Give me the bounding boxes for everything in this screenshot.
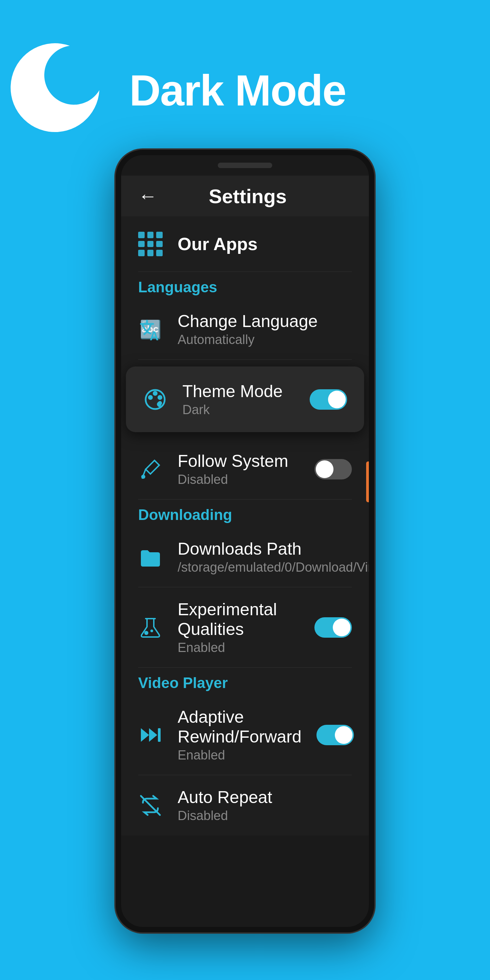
follow-system-toggle[interactable] xyxy=(314,459,352,479)
settings-content: Our Apps Languages ✕ 🔤 A xyxy=(121,216,369,835)
video-player-section-label: Video Player xyxy=(121,668,369,695)
change-language-row[interactable]: ✕ 🔤 A Change Language Automatically xyxy=(121,299,369,360)
svg-marker-14 xyxy=(141,728,149,742)
downloads-path-subtitle: /storage/emulated/0/Download/Vimvid xyxy=(178,560,374,575)
follow-system-subtitle: Disabled xyxy=(178,472,299,487)
hero-title: Dark Mode xyxy=(129,65,346,115)
theme-mode-title: Theme Mode xyxy=(182,382,295,401)
adaptive-rewind-title: Adaptive Rewind/Forward xyxy=(178,707,301,746)
auto-repeat-row[interactable]: Auto Repeat Disabled xyxy=(121,775,369,835)
downloads-path-title: Downloads Path xyxy=(178,539,374,559)
svg-point-12 xyxy=(144,631,148,635)
auto-repeat-title: Auto Repeat xyxy=(178,788,352,807)
theme-mode-row[interactable]: Theme Mode Dark xyxy=(126,366,364,432)
adaptive-rewind-toggle[interactable] xyxy=(317,725,354,745)
fast-forward-icon xyxy=(138,723,163,747)
svg-marker-15 xyxy=(149,728,157,742)
downloads-path-row[interactable]: Downloads Path /storage/emulated/0/Downl… xyxy=(121,527,369,587)
our-apps-row[interactable]: Our Apps xyxy=(121,216,369,272)
phone-frame: ← Settings Our Apps Languages xyxy=(116,150,374,932)
follow-system-row[interactable]: Follow System Disabled xyxy=(121,439,369,499)
auto-repeat-subtitle: Disabled xyxy=(178,808,352,823)
scroll-indicator xyxy=(366,461,370,502)
change-language-subtitle: Automatically xyxy=(178,332,352,347)
phone-speaker xyxy=(218,163,272,168)
our-apps-label: Our Apps xyxy=(178,234,258,254)
experimental-qualities-title: Experimental Qualities xyxy=(178,600,299,639)
experimental-qualities-toggle[interactable] xyxy=(314,617,352,638)
downloading-section-label: Downloading xyxy=(121,500,369,527)
repeat-icon xyxy=(138,793,163,818)
flask-icon xyxy=(138,615,163,640)
svg-text:A: A xyxy=(150,329,159,343)
svg-rect-16 xyxy=(158,728,161,742)
eyedropper-icon xyxy=(138,457,163,482)
folder-icon xyxy=(138,545,163,569)
adaptive-rewind-text: Adaptive Rewind/Forward Enabled xyxy=(178,707,301,762)
theme-mode-text: Theme Mode Dark xyxy=(182,382,295,417)
grid-icon xyxy=(138,232,163,256)
experimental-qualities-row[interactable]: Experimental Qualities Enabled xyxy=(121,587,369,667)
adaptive-rewind-subtitle: Enabled xyxy=(178,748,301,762)
translate-icon: ✕ 🔤 A xyxy=(138,317,163,342)
adaptive-rewind-row[interactable]: Adaptive Rewind/Forward Enabled xyxy=(121,695,369,775)
svg-point-7 xyxy=(153,391,158,396)
auto-repeat-text: Auto Repeat Disabled xyxy=(178,788,352,823)
follow-system-title: Follow System xyxy=(178,451,299,471)
theme-mode-toggle[interactable] xyxy=(310,389,347,410)
svg-point-8 xyxy=(158,395,162,400)
languages-section-label: Languages xyxy=(121,272,369,299)
svg-point-6 xyxy=(148,395,153,400)
experimental-qualities-subtitle: Enabled xyxy=(178,640,299,655)
settings-header: ← Settings xyxy=(121,176,369,216)
moon-icon xyxy=(21,41,119,140)
experimental-qualities-text: Experimental Qualities Enabled xyxy=(178,600,299,655)
hero-section: Dark Mode xyxy=(0,41,490,140)
back-button[interactable]: ← xyxy=(138,186,157,205)
follow-system-text: Follow System Disabled xyxy=(178,451,299,487)
settings-title: Settings xyxy=(171,185,325,208)
change-language-text: Change Language Automatically xyxy=(178,311,352,347)
svg-point-13 xyxy=(150,630,153,632)
svg-point-10 xyxy=(141,475,145,479)
phone-top-bar xyxy=(121,155,369,176)
palette-icon xyxy=(143,387,167,412)
change-language-title: Change Language xyxy=(178,311,352,331)
downloads-path-text: Downloads Path /storage/emulated/0/Downl… xyxy=(178,539,374,575)
theme-mode-subtitle: Dark xyxy=(182,402,295,417)
